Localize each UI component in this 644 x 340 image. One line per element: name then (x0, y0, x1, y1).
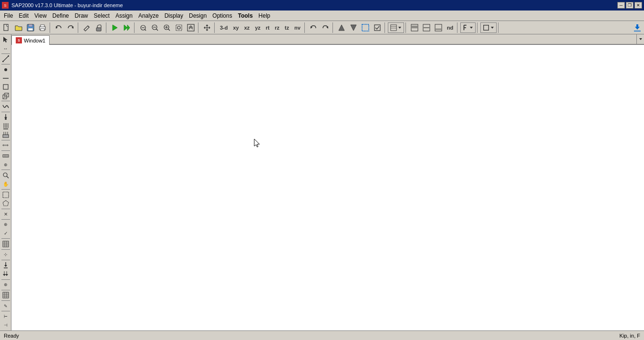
left-tb-tool1[interactable]: ⊢ (1, 312, 10, 320)
toolbar-section-cut-2[interactable] (421, 22, 432, 33)
viewport[interactable] (11, 45, 644, 330)
toolbar-zoom-prev[interactable] (137, 22, 149, 33)
menu-select[interactable]: Select (91, 11, 113, 20)
tab-dropdown[interactable] (636, 34, 644, 44)
toolbar-section-cut-3[interactable] (433, 22, 444, 33)
left-tb-area[interactable] (1, 83, 10, 91)
left-tb-zoom[interactable] (1, 171, 10, 179)
toolbar-section-cut-1[interactable] (409, 22, 420, 33)
toolbar-select-all[interactable] (360, 22, 371, 33)
left-tb-tool2[interactable]: ⊣ (1, 321, 10, 329)
toolbar-download[interactable] (632, 22, 643, 33)
toolbar-run-step[interactable] (121, 22, 133, 33)
left-tb-modify[interactable]: ✎ (1, 302, 10, 310)
left-tb-area-load[interactable] (1, 130, 10, 138)
toolbar-save[interactable] (25, 22, 36, 33)
svg-line-54 (3, 56, 9, 62)
left-tb-frame-load[interactable] (1, 122, 10, 130)
toolbar-view-yz[interactable]: yz (252, 22, 263, 33)
toolbar-view-3d[interactable]: 3-d (218, 22, 230, 33)
toolbar-area-labels[interactable] (480, 22, 497, 33)
toolbar-rotate-cw[interactable] (320, 22, 331, 33)
svg-marker-102 (639, 38, 642, 40)
close-button[interactable]: ✕ (634, 2, 642, 9)
left-tb-load-case[interactable] (1, 270, 10, 278)
left-tb-cable[interactable] (1, 102, 10, 110)
toolbar-zoom-in[interactable] (161, 22, 173, 33)
toolbar-view-nv[interactable]: nv (292, 22, 303, 33)
toolbar-move-down[interactable] (348, 22, 359, 33)
left-tb-pointer[interactable] (1, 35, 10, 43)
toolbar-run[interactable] (109, 22, 121, 33)
left-tb-select-poly[interactable] (1, 199, 10, 207)
toolbar-edit-props[interactable] (81, 22, 93, 33)
toolbar-print[interactable] (37, 22, 48, 33)
toolbar-rotate-ccw[interactable] (308, 22, 319, 33)
left-tb-pan[interactable]: ✋ (1, 180, 10, 188)
left-tb-joint-load[interactable] (1, 113, 10, 121)
menu-define[interactable]: Define (50, 11, 72, 20)
minimize-button[interactable]: ─ (617, 2, 625, 9)
menu-draw[interactable]: Draw (72, 11, 91, 20)
left-tb-snap[interactable]: ⊕ (1, 160, 10, 169)
tab-bar: S Window1 (11, 34, 644, 45)
svg-marker-13 (127, 25, 130, 31)
left-tb-intersect[interactable]: ✕ (1, 210, 10, 218)
left-tb-reshape[interactable]: ↔ (1, 44, 10, 52)
toolbar-view-rt[interactable]: rt (263, 22, 272, 33)
svg-rect-6 (41, 29, 44, 31)
tab-window1[interactable]: S Window1 (11, 35, 50, 45)
svg-marker-12 (124, 25, 127, 31)
left-tb-ruler[interactable] (1, 152, 10, 160)
left-tb-draw-frame[interactable] (1, 55, 10, 63)
toolbar-new[interactable] (1, 22, 12, 33)
toolbar-view-xy[interactable]: xy (231, 22, 241, 33)
svg-rect-48 (484, 25, 489, 30)
left-tb-dimension[interactable]: ⟺ (1, 141, 10, 149)
toolbar-zoom-out[interactable] (149, 22, 161, 33)
toolbar-pan[interactable] (201, 22, 213, 33)
restore-button[interactable]: ❐ (626, 2, 634, 9)
toolbar-deselect[interactable] (372, 22, 383, 33)
toolbar-redo[interactable] (65, 22, 76, 33)
left-tb-extrude[interactable] (1, 92, 10, 100)
svg-point-81 (3, 173, 7, 177)
left-tb-mesh[interactable] (1, 291, 10, 299)
toolbar-nd-label[interactable]: nd (445, 22, 456, 33)
menu-design[interactable]: Design (186, 11, 209, 20)
left-tb-point[interactable] (1, 65, 10, 74)
menu-options[interactable]: Options (209, 11, 235, 20)
left-tb-line[interactable] (1, 74, 10, 82)
main-toolbar: 3-d xy xz yz rt rz tz nv nd (0, 21, 644, 34)
menu-edit[interactable]: Edit (16, 11, 31, 20)
toolbar-undo[interactable] (53, 22, 64, 33)
toolbar-zoom-all[interactable] (185, 22, 197, 33)
svg-rect-10 (96, 28, 101, 31)
toolbar-view-rz[interactable]: rz (272, 22, 282, 33)
left-tb-insert-node[interactable]: ⊕ (1, 280, 10, 288)
toolbar-open[interactable] (13, 22, 24, 33)
toolbar-sep-5 (198, 22, 200, 33)
menu-help[interactable]: Help (256, 11, 273, 20)
menu-view[interactable]: View (31, 11, 50, 20)
toolbar-move-up[interactable] (336, 22, 347, 33)
menu-tools[interactable]: Tools (235, 11, 256, 20)
menu-display[interactable]: Display (162, 11, 186, 20)
left-tb-grid[interactable] (1, 240, 10, 248)
toolbar-lock[interactable] (93, 22, 104, 33)
toolbar-frame-labels[interactable] (460, 22, 476, 33)
toolbar-zoom-window[interactable] (173, 22, 185, 33)
svg-line-18 (156, 29, 158, 31)
left-tb-measure[interactable]: ⊹ (1, 251, 10, 259)
left-tb-loads-pattern[interactable] (1, 261, 10, 269)
left-tb-node-check[interactable]: ✓ (1, 229, 10, 237)
left-tb-select-rect[interactable] (1, 191, 10, 199)
left-tb-sep-12 (1, 249, 10, 250)
toolbar-view-tz[interactable]: tz (282, 22, 291, 33)
menu-file[interactable]: File (1, 11, 16, 20)
left-tb-node-merge[interactable]: ⊕ (1, 221, 10, 229)
toolbar-display-options[interactable] (388, 22, 404, 33)
menu-assign[interactable]: Assign (113, 11, 135, 20)
toolbar-view-xz[interactable]: xz (242, 22, 252, 33)
menu-analyze[interactable]: Analyze (135, 11, 162, 20)
